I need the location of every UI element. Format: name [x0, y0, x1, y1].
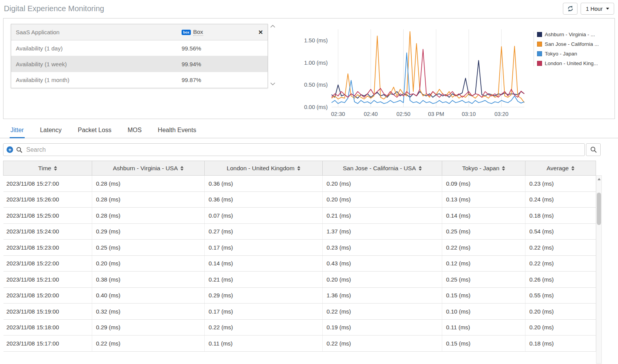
table-cell: 2023/11/08 15:19:00 — [3, 304, 92, 320]
tab-health-events[interactable]: Health Events — [157, 127, 197, 138]
table-cell: 0.25 (ms) — [92, 240, 205, 256]
page: Digital Experience Monitoring 1 Hour Saa… — [0, 0, 618, 364]
column-header-ashburn-virginia-usa[interactable]: Ashburn - Virginia - USA — [92, 161, 205, 176]
scrollbar-thumb[interactable] — [597, 193, 601, 225]
saas-application-card: SaaS Application box Box ✕ Availability … — [11, 24, 268, 88]
table-cell: 0.26 (ms) — [525, 272, 596, 288]
search-input[interactable] — [25, 146, 581, 154]
table-header-row: TimeAshburn - Virginia - USALondon - Uni… — [3, 161, 596, 176]
table-cell: 0.09 (ms) — [442, 176, 525, 192]
table-cell: 0.22 (ms) — [92, 335, 205, 352]
sort-icon — [180, 166, 184, 171]
chevron-up-icon[interactable] — [270, 25, 275, 28]
table-cell: 0.20 (ms) — [525, 304, 596, 320]
table-cell: 0.38 (ms) — [92, 272, 205, 288]
table-cell: 0.14 (ms) — [442, 208, 525, 224]
availability-row[interactable]: Availability (1 day)99.56% — [11, 40, 268, 56]
svg-text:02:40: 02:40 — [364, 111, 378, 117]
table-cell: 2023/11/08 15:20:00 — [3, 287, 92, 304]
table-scrollbar[interactable] — [596, 175, 602, 364]
table-cell: 0.22 (ms) — [205, 319, 323, 335]
table-cell: 0.15 (ms) — [442, 287, 525, 304]
column-header-content: Ashburn - Virginia - USA — [113, 165, 184, 172]
table-cell: 0.43 (ms) — [323, 255, 442, 272]
column-label: Ashburn - Virginia - USA — [113, 165, 178, 172]
table-row: 2023/11/08 15:21:000.38 (ms)0.21 (ms)0.2… — [3, 272, 596, 288]
search-row: + — [3, 143, 601, 156]
table-cell: 0.18 (ms) — [525, 335, 596, 352]
sort-icon — [297, 166, 300, 171]
saas-card-header: SaaS Application box Box ✕ — [11, 24, 268, 40]
svg-text:03:10: 03:10 — [462, 111, 476, 117]
chevron-down-scroll-icon[interactable] — [270, 82, 275, 86]
table-cell: 2023/11/08 15:21:00 — [3, 272, 92, 288]
table-row: 2023/11/08 15:19:000.32 (ms)0.17 (ms)0.2… — [3, 304, 596, 320]
tab-packet-loss[interactable]: Packet Loss — [77, 127, 112, 138]
table-cell: 0.36 (ms) — [205, 191, 323, 208]
table-cell: 0.29 (ms) — [92, 223, 205, 240]
table-cell: 0.12 (ms) — [442, 255, 525, 272]
legend-label: Tokyo - Japan — [545, 51, 577, 57]
search-button-icon — [590, 146, 597, 153]
table-cell: 0.28 (ms) — [92, 208, 205, 224]
close-icon[interactable]: ✕ — [254, 29, 268, 36]
scrollbar-up-arrow[interactable] — [596, 176, 601, 181]
table-row: 2023/11/08 15:26:000.28 (ms)0.36 (ms)0.2… — [3, 191, 596, 208]
legend-item[interactable]: Tokyo - Japan — [537, 51, 610, 57]
jitter-line-chart: 02:3002:4002:5003 PM03:1003:201.50 (ms)1… — [298, 25, 529, 120]
table-cell: 2023/11/08 15:27:00 — [3, 176, 92, 192]
availability-value: 99.87% — [182, 77, 268, 83]
legend-color-chip — [537, 51, 542, 56]
legend-item[interactable]: London - United King... — [537, 60, 610, 66]
column-header-average[interactable]: Average — [525, 161, 596, 176]
table-cell: 0.23 (ms) — [323, 240, 442, 256]
column-header-san-jose-california-usa[interactable]: San Jose - California - USA — [323, 161, 442, 176]
saas-app-name: Box — [193, 29, 203, 36]
chart-legend: Ashburn - Virginia - ...San Jose - Calif… — [534, 32, 610, 66]
column-header-content: Tokyo - Japan — [462, 165, 505, 172]
table-cell: 1.36 (ms) — [323, 287, 442, 304]
legend-label: Ashburn - Virginia - ... — [545, 32, 595, 37]
table-cell: 0.20 (ms) — [323, 272, 442, 288]
legend-item[interactable]: San Jose - California ... — [537, 41, 610, 47]
table-cell: 0.24 (ms) — [525, 191, 596, 208]
time-range-dropdown[interactable]: 1 Hour — [581, 3, 614, 15]
column-header-london-united-kingdom[interactable]: London - United Kingdom — [205, 161, 323, 176]
availability-label: Availability (1 week) — [11, 61, 182, 67]
sort-icon — [571, 166, 574, 171]
table-cell: 0.21 (ms) — [205, 272, 323, 288]
table-cell: 0.25 (ms) — [442, 223, 525, 240]
table-row: 2023/11/08 15:24:000.29 (ms)0.27 (ms)1.3… — [3, 223, 596, 240]
table-cell: 0.14 (ms) — [205, 255, 323, 272]
table-cell: 0.20 (ms) — [323, 191, 442, 208]
table-row: 2023/11/08 15:20:000.40 (ms)0.29 (ms)1.3… — [3, 287, 596, 304]
table-cell: 0.11 (ms) — [442, 319, 525, 335]
table-cell: 2023/11/08 15:17:00 — [3, 335, 92, 352]
table-row: 2023/11/08 15:23:000.25 (ms)0.17 (ms)0.2… — [3, 240, 596, 256]
svg-text:1.50 (ms): 1.50 (ms) — [304, 37, 328, 44]
table-row: 2023/11/08 15:27:000.28 (ms)0.36 (ms)0.2… — [3, 176, 596, 192]
legend-color-chip — [537, 42, 542, 47]
table-row: 2023/11/08 15:22:000.20 (ms)0.14 (ms)0.4… — [3, 255, 596, 272]
tab-latency[interactable]: Latency — [39, 127, 62, 138]
tab-jitter[interactable]: Jitter — [10, 127, 25, 138]
saas-application-label: SaaS Application — [11, 29, 182, 35]
availability-row[interactable]: Availability (1 week)99.94% — [11, 56, 268, 72]
tab-mos[interactable]: MOS — [127, 127, 142, 138]
search-button[interactable] — [586, 143, 601, 156]
availability-row[interactable]: Availability (1 month)99.87% — [11, 72, 268, 88]
table-cell: 0.22 (ms) — [442, 240, 525, 256]
legend-label: San Jose - California ... — [545, 41, 599, 47]
add-filter-icon[interactable]: + — [7, 146, 13, 153]
table-cell: 2023/11/08 15:25:00 — [3, 208, 92, 224]
column-header-tokyo-japan[interactable]: Tokyo - Japan — [442, 161, 525, 176]
column-header-time[interactable]: Time — [3, 161, 92, 176]
legend-color-chip — [537, 32, 542, 37]
refresh-button[interactable] — [563, 3, 578, 15]
table-cell: 2023/11/08 15:24:00 — [3, 223, 92, 240]
tab-bar: JitterLatencyPacket LossMOSHealth Events — [0, 121, 618, 138]
legend-item[interactable]: Ashburn - Virginia - ... — [537, 32, 610, 37]
availability-rows: Availability (1 day)99.56%Availability (… — [11, 40, 268, 88]
chevron-down-icon — [606, 8, 609, 10]
saas-app-box[interactable]: box Box — [182, 29, 254, 36]
